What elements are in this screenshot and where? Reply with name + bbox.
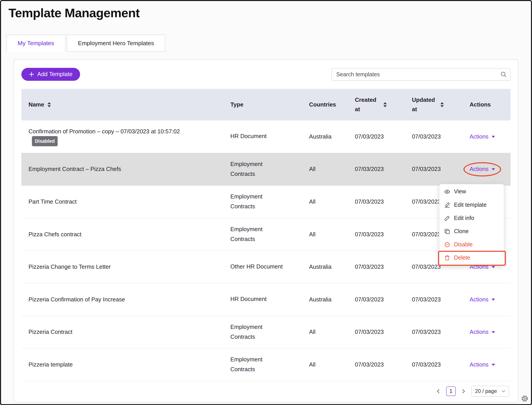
page-title: Template Management <box>1 1 531 20</box>
actions-dropdown-trigger[interactable]: Actions <box>470 296 495 303</box>
templates-panel: Add Template Name Type Countries Created <box>14 59 519 402</box>
menu-item-edit-template[interactable]: Edit template <box>439 198 504 211</box>
table-row: Pizzeria Confirmation of Pay Increase HR… <box>21 283 511 316</box>
menu-item-view[interactable]: View <box>439 185 504 198</box>
actions-cell: Actions <box>470 361 510 368</box>
template-name: Employment Contract – Pizza Chefs <box>28 166 121 172</box>
search-input[interactable] <box>331 68 511 81</box>
created-at-cell: 07/03/2023 <box>355 198 412 205</box>
current-page[interactable]: 1 <box>446 386 456 396</box>
countries-cell: All <box>309 329 355 335</box>
type-cell: Employment Contracts <box>230 224 309 244</box>
created-at-cell: 07/03/2023 <box>355 296 412 303</box>
caret-down-icon <box>492 298 495 301</box>
countries-cell: All <box>309 231 355 238</box>
name-cell: Pizza Chefs contract <box>21 230 230 239</box>
template-name: Pizzeria template <box>28 361 73 368</box>
chevron-right-icon <box>462 389 465 394</box>
menu-item-edit-info[interactable]: Edit info <box>439 211 504 225</box>
trash-icon <box>444 255 450 261</box>
clone-icon <box>444 228 450 234</box>
menu-item-label: Edit template <box>454 202 487 208</box>
countries-cell: All <box>309 166 355 173</box>
column-label: Created at <box>355 95 380 114</box>
actions-label: Actions <box>470 133 489 140</box>
type-cell: Employment Contracts <box>230 159 309 179</box>
eye-icon <box>444 189 450 195</box>
prev-page-button[interactable] <box>435 387 442 396</box>
tab-label: My Templates <box>18 40 54 47</box>
next-page-button[interactable] <box>460 387 467 396</box>
updated-at-cell: 07/03/2023 <box>412 166 470 173</box>
page-size-value: 20 / page <box>475 388 497 394</box>
menu-item-clone[interactable]: Clone <box>439 225 504 238</box>
actions-cell: Actions <box>470 166 510 173</box>
actions-label: Actions <box>470 166 489 173</box>
search-icon <box>500 71 506 77</box>
actions-dropdown-trigger[interactable]: Actions <box>470 329 495 335</box>
table-row: Pizzeria template Employment Contracts A… <box>21 349 511 381</box>
countries-cell: All <box>309 361 355 368</box>
template-name: Pizzeria Change to Terms Letter <box>28 263 111 270</box>
actions-cell: Actions <box>470 296 510 303</box>
column-label: Name <box>28 101 44 108</box>
disable-icon <box>444 242 450 248</box>
name-cell: Part Time Contract <box>21 197 230 206</box>
table-row: Pizza Chefs contract Employment Contract… <box>21 218 511 251</box>
updated-at-cell: 07/03/2023 <box>412 296 470 303</box>
add-template-button[interactable]: Add Template <box>21 68 80 81</box>
type-cell: HR Document <box>230 294 309 304</box>
column-header-type: Type <box>230 101 309 108</box>
table-row: Employment Contract – Pizza Chefs Employ… <box>21 153 511 186</box>
created-at-cell: 07/03/2023 <box>355 166 412 173</box>
name-cell: Confirmation of Promotion – copy – 07/03… <box>21 127 230 146</box>
actions-dropdown-trigger[interactable]: Actions <box>470 133 495 140</box>
actions-dropdown-trigger[interactable]: Actions <box>470 166 495 173</box>
column-label: Countries <box>309 101 336 108</box>
sort-icon[interactable] <box>384 102 387 107</box>
pagination: 1 20 / page <box>21 386 509 397</box>
table-row: Confirmation of Promotion – copy – 07/03… <box>21 120 511 153</box>
template-name: Pizzeria Confirmation of Pay Increase <box>28 296 125 303</box>
menu-item-label: Delete <box>454 254 470 261</box>
caret-down-icon <box>492 364 495 366</box>
actions-label: Actions <box>470 361 489 368</box>
menu-item-disable[interactable]: Disable <box>439 238 504 251</box>
column-header-name[interactable]: Name <box>21 101 230 108</box>
plus-icon <box>29 72 34 77</box>
caret-down-icon <box>492 266 495 268</box>
menu-item-label: Clone <box>454 228 468 235</box>
menu-item-label: Edit info <box>454 215 474 221</box>
actions-label: Actions <box>470 329 489 335</box>
column-header-created-at[interactable]: Created at <box>355 95 412 114</box>
updated-at-cell: 07/03/2023 <box>412 329 470 335</box>
disabled-status-badge: Disabled <box>32 136 58 146</box>
column-label: Actions <box>470 101 491 108</box>
template-name: Part Time Contract <box>28 198 76 205</box>
settings-gear-icon[interactable] <box>521 395 529 403</box>
created-at-cell: 07/03/2023 <box>355 231 412 238</box>
countries-cell: All <box>309 198 355 205</box>
column-header-updated-at[interactable]: Updated at <box>412 95 470 114</box>
updated-at-cell: 07/03/2023 <box>412 133 470 140</box>
column-label: Type <box>230 101 243 108</box>
created-at-cell: 07/03/2023 <box>355 361 412 368</box>
countries-cell: Australia <box>309 133 355 140</box>
type-cell: Other HR Document <box>230 262 309 272</box>
actions-menu: View Edit template Edit info Clone <box>439 184 504 265</box>
tab-label: Employment Hero Templates <box>78 40 154 47</box>
chevron-left-icon <box>437 389 440 394</box>
column-header-countries: Countries <box>309 101 355 108</box>
tab-my-templates[interactable]: My Templates <box>7 35 65 52</box>
tab-employment-hero-templates[interactable]: Employment Hero Templates <box>67 35 165 52</box>
actions-dropdown-trigger[interactable]: Actions <box>470 361 495 368</box>
sort-icon[interactable] <box>48 102 51 107</box>
add-template-label: Add Template <box>37 71 73 78</box>
search-box <box>331 68 511 81</box>
menu-item-delete[interactable]: Delete <box>439 251 504 264</box>
name-cell: Employment Contract – Pizza Chefs <box>21 164 230 174</box>
page-size-select[interactable]: 20 / page <box>471 386 509 397</box>
name-cell: Pizzeria Change to Terms Letter <box>21 262 230 271</box>
sort-icon[interactable] <box>440 102 444 107</box>
updated-at-cell: 07/03/2023 <box>412 361 470 368</box>
